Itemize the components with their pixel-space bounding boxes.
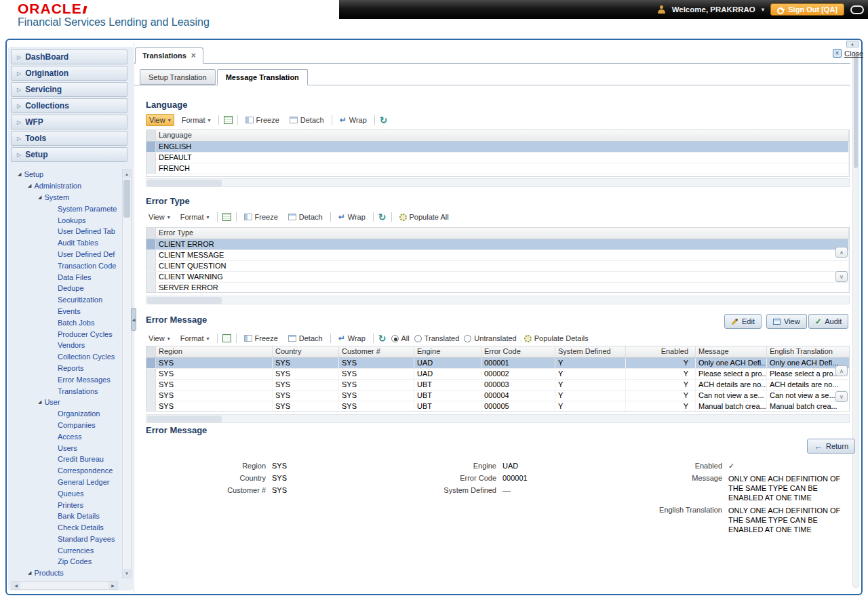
column-header[interactable]: Region <box>156 346 273 357</box>
scrollbar-thumb[interactable] <box>123 180 130 218</box>
scroll-down-icon[interactable]: ∨ <box>835 391 848 402</box>
scrollbar-thumb[interactable] <box>854 53 858 168</box>
freeze-button[interactable]: Freeze <box>241 212 281 222</box>
tree-item[interactable]: Bank Details <box>9 511 119 522</box>
view-button[interactable]: View <box>766 314 807 329</box>
row-selector[interactable] <box>146 369 156 379</box>
error-message-table-hscroll[interactable] <box>146 414 850 423</box>
tree-horizontal-scrollbar[interactable]: ◀ ▶ <box>11 581 118 590</box>
column-header[interactable]: Customer # <box>339 346 414 357</box>
tree-item[interactable]: Error Messages <box>9 374 119 385</box>
tree-item[interactable]: Users <box>9 442 119 454</box>
tree-item[interactable]: Standard Payees <box>9 534 119 545</box>
wrap-button[interactable]: ↵Wrap <box>336 211 368 223</box>
edit-button[interactable]: Edit <box>724 314 762 329</box>
tree-item[interactable]: Data Files <box>9 271 119 283</box>
column-header[interactable]: Engine <box>414 346 481 357</box>
expanded-node-icon[interactable]: ◢ <box>38 399 41 405</box>
table-row[interactable]: ENGLISH <box>146 142 849 153</box>
table-row[interactable]: SYSSYSSYSUAD000001YYOnly one ACH Defi...… <box>146 358 849 369</box>
expanded-node-icon[interactable]: ◢ <box>28 183 31 188</box>
scrollbar-thumb[interactable] <box>147 416 222 422</box>
tree-item[interactable]: System Paramete <box>9 203 119 214</box>
column-header[interactable]: System Defined <box>555 346 626 357</box>
column-header[interactable]: Country <box>273 346 339 357</box>
filter-all-radio[interactable]: All <box>391 334 410 342</box>
row-selector[interactable] <box>146 391 156 401</box>
tree-item[interactable]: Organization <box>9 408 119 420</box>
tree-item[interactable]: Audit Tables <box>9 237 119 249</box>
row-selector[interactable] <box>146 153 156 163</box>
row-selector[interactable] <box>146 380 156 390</box>
expanded-node-icon[interactable]: ◢ <box>38 195 41 200</box>
sidebar-item-setup[interactable]: ▷Setup <box>11 147 127 162</box>
tree-item[interactable]: Events <box>9 306 119 317</box>
scroll-up-icon[interactable]: ∧ <box>835 247 848 258</box>
table-row[interactable]: SYSSYSSYSUBT000003YYACH details are no..… <box>146 380 849 391</box>
filter-translated-radio[interactable]: Translated <box>414 334 460 342</box>
column-header[interactable]: Error Code <box>481 346 555 357</box>
wrap-button[interactable]: ↵Wrap <box>337 114 370 126</box>
expanded-node-icon[interactable]: ◢ <box>28 570 31 576</box>
sidebar-item-dashboard[interactable]: ▷DashBoard <box>11 49 127 64</box>
tab-close-icon[interactable]: × <box>191 51 196 60</box>
tree-item[interactable]: ◢User <box>9 397 119 408</box>
export-to-excel-icon[interactable] <box>224 116 233 124</box>
row-selector[interactable] <box>146 401 156 412</box>
tree-item[interactable]: ◢Setup <box>9 169 119 180</box>
tree-item[interactable]: Securitization <box>9 294 119 306</box>
table-row[interactable]: FRENCH <box>146 163 849 174</box>
sign-out-button[interactable]: Sign Out [QA] <box>770 3 844 16</box>
table-row[interactable]: CLIENT WARNING <box>146 272 849 283</box>
detach-button[interactable]: Detach <box>285 333 326 344</box>
tree-item[interactable]: Check Details <box>9 522 119 534</box>
row-selector[interactable] <box>146 239 156 249</box>
scroll-up-icon[interactable]: ▲ <box>123 169 131 178</box>
tree-item[interactable]: Dedupe <box>9 283 119 294</box>
column-header[interactable]: English Translation <box>767 346 850 357</box>
table-row[interactable]: SYSSYSSYSUBT000004YYCan not view a se...… <box>146 391 849 401</box>
column-header[interactable]: Enabled <box>626 346 696 357</box>
content-vertical-scrollbar[interactable] <box>852 51 859 588</box>
format-menu-button[interactable]: Format▾ <box>178 212 212 222</box>
tree-item[interactable]: Correspondence <box>9 465 119 477</box>
freeze-button[interactable]: Freeze <box>243 115 282 125</box>
expanded-node-icon[interactable]: ◢ <box>18 172 21 177</box>
refresh-icon[interactable]: ↻ <box>378 212 387 222</box>
refresh-icon[interactable]: ↻ <box>378 333 387 344</box>
return-button[interactable]: ←Return <box>807 439 855 454</box>
tab-message-translation[interactable]: Message Translation <box>217 69 308 85</box>
sidebar-item-collections[interactable]: ▷Collections <box>11 98 127 113</box>
tree-item[interactable]: Credit Bureau <box>9 454 119 465</box>
export-to-excel-icon[interactable] <box>222 334 231 342</box>
welcome-menu[interactable]: Welcome, PRAKRRAO <box>672 5 755 14</box>
scroll-down-icon[interactable]: ∨ <box>835 271 848 282</box>
error-type-table-hscroll[interactable] <box>146 296 850 304</box>
tree-item[interactable]: Reports <box>9 363 119 374</box>
wrap-button[interactable]: ↵Wrap <box>336 332 368 344</box>
sidebar-item-wfp[interactable]: ▷WFP <box>11 115 127 129</box>
tree-item[interactable]: Vendors <box>9 340 119 351</box>
scroll-down-icon[interactable]: ▼ <box>123 569 131 578</box>
view-menu-button[interactable]: View▾ <box>146 333 173 344</box>
tree-item[interactable]: Zip Codes <box>9 556 119 567</box>
format-menu-button[interactable]: Format▾ <box>179 115 214 125</box>
detach-button[interactable]: Detach <box>285 212 326 222</box>
table-row[interactable]: CLIENT MESSAGE <box>146 250 849 261</box>
language-table-hscroll[interactable] <box>146 178 850 187</box>
row-selector[interactable] <box>146 272 156 282</box>
row-selector[interactable] <box>146 163 156 174</box>
tree-item[interactable]: Printers <box>9 499 119 511</box>
sidebar-collapse-handle[interactable]: ◀ <box>131 308 136 331</box>
tree-vertical-scrollbar[interactable]: ▲ ▼ <box>122 169 132 578</box>
sidebar-item-tools[interactable]: ▷Tools <box>11 131 127 146</box>
tree-item[interactable]: Translations <box>9 385 119 397</box>
status-oval-icon[interactable] <box>850 5 864 14</box>
tree-item[interactable]: Currencies <box>9 544 119 556</box>
scrollbar-thumb[interactable] <box>147 180 222 186</box>
tree-item[interactable]: Batch Jobs <box>9 317 119 328</box>
view-menu-button[interactable]: View▾ <box>146 212 173 222</box>
populate-all-button[interactable]: Populate All <box>397 212 452 222</box>
tree-item[interactable]: Collection Cycles <box>9 351 119 363</box>
sidebar-item-origination[interactable]: ▷Origination <box>11 66 127 81</box>
